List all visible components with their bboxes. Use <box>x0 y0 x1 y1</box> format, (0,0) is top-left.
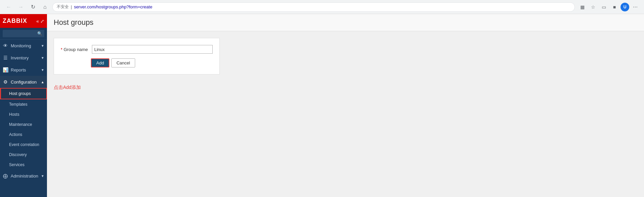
profile-avatar[interactable]: U <box>621 3 629 11</box>
menu-button[interactable]: ⋯ <box>631 2 640 12</box>
form-buttons: Add Cancel <box>61 58 213 67</box>
monitoring-arrow: ▼ <box>41 44 44 48</box>
reports-arrow: ▼ <box>41 68 44 72</box>
sidebar-item-administration-label: Administration <box>11 174 38 179</box>
actions-label: Actions <box>9 132 22 137</box>
main-content: Host groups * Group name Add Cancel 点击Ad… <box>47 14 644 197</box>
logo-text: ZABBIX <box>3 17 27 24</box>
sidebar-logo: ZABBIX « ⤢ <box>0 14 47 28</box>
reload-button[interactable]: ↻ <box>28 2 38 12</box>
form-section: * Group name Add Cancel <box>54 38 220 75</box>
page-title: Host groups <box>54 18 637 27</box>
inventory-icon: ☰ <box>3 55 8 60</box>
cancel-button[interactable]: Cancel <box>111 58 135 67</box>
add-button[interactable]: Add <box>91 58 109 67</box>
back-button[interactable]: ← <box>4 2 13 12</box>
group-name-label: * Group name <box>61 47 88 52</box>
reports-icon: 📊 <box>3 67 8 72</box>
browser-bar: ← → ↻ ⌂ 不安全 | server.com/hostgroups.php?… <box>0 0 644 14</box>
logo-icons: « ⤢ <box>36 18 44 24</box>
sidebar-item-inventory[interactable]: ☰ Inventory ▼ <box>0 52 47 64</box>
sidebar-sub-item-templates[interactable]: Templates <box>0 99 47 109</box>
templates-label: Templates <box>9 102 28 107</box>
browser-actions: ▦ ☆ ▭ ■ U ⋯ <box>578 2 640 12</box>
hosts-label: Hosts <box>9 112 19 117</box>
hint-text: 点击Add添加 <box>54 85 637 91</box>
page-body: * Group name Add Cancel 点击Add添加 <box>47 31 644 197</box>
home-button[interactable]: ⌂ <box>40 2 50 12</box>
sidebar-item-administration[interactable]: ⨁ Administration ▼ <box>0 170 47 182</box>
inventory-arrow: ▼ <box>41 56 44 60</box>
sidebar-item-inventory-label: Inventory <box>11 55 29 60</box>
configuration-icon: ⚙ <box>3 79 8 85</box>
administration-arrow: ▼ <box>41 174 44 178</box>
sidebar-search-container: 🔍 <box>0 28 47 40</box>
sidebar-sub-item-maintenance[interactable]: Maintenance <box>0 119 47 130</box>
sidebar-sub-item-host-groups[interactable]: Host groups <box>0 88 47 99</box>
app-container: ZABBIX « ⤢ 🔍 👁 Monitoring ▼ ☰ Inventory … <box>0 14 644 197</box>
group-name-input[interactable] <box>92 45 213 54</box>
sidebar-item-configuration[interactable]: ⚙ Configuration ▲ <box>0 76 47 88</box>
maintenance-label: Maintenance <box>9 122 32 127</box>
sidebar-item-reports-label: Reports <box>11 67 26 72</box>
cast-button[interactable]: ▭ <box>599 2 608 12</box>
forward-button[interactable]: → <box>16 2 25 12</box>
sidebar-sub-item-actions[interactable]: Actions <box>0 130 47 140</box>
services-label: Services <box>9 162 24 167</box>
address-bar[interactable]: 不安全 | server.com/hostgroups.php?form=cre… <box>52 2 575 12</box>
sidebar-sub-item-services[interactable]: Services <box>0 160 47 170</box>
collapse-icon[interactable]: « <box>36 18 39 24</box>
group-name-label-text: Group name <box>64 47 88 52</box>
host-groups-label: Host groups <box>9 91 31 96</box>
bookmark-button[interactable]: ☆ <box>588 2 598 12</box>
qr-button[interactable]: ▦ <box>578 2 587 12</box>
sidebar-item-monitoring-label: Monitoring <box>11 43 31 48</box>
url-display: server.com/hostgroups.php?form=create <box>74 4 152 9</box>
monitoring-icon: 👁 <box>3 43 8 48</box>
page-header: Host groups <box>47 14 644 31</box>
sidebar-item-reports[interactable]: 📊 Reports ▼ <box>0 64 47 76</box>
security-indicator: 不安全 <box>57 4 69 10</box>
sidebar-item-configuration-label: Configuration <box>11 80 37 85</box>
discovery-label: Discovery <box>9 152 27 157</box>
sidebar-sub-item-hosts[interactable]: Hosts <box>0 109 47 119</box>
required-marker: * <box>61 47 62 52</box>
search-icon: 🔍 <box>37 31 42 36</box>
sidebar: ZABBIX « ⤢ 🔍 👁 Monitoring ▼ ☰ Inventory … <box>0 14 47 197</box>
group-name-row: * Group name <box>61 45 213 54</box>
sidebar-item-monitoring[interactable]: 👁 Monitoring ▼ <box>0 40 47 52</box>
configuration-arrow: ▲ <box>41 80 44 84</box>
expand-icon[interactable]: ⤢ <box>40 18 44 24</box>
url-separator: | <box>71 4 72 9</box>
event-correlation-label: Event correlation <box>9 142 39 147</box>
sidebar-sub-item-event-correlation[interactable]: Event correlation <box>0 140 47 150</box>
administration-icon: ⨁ <box>3 173 8 179</box>
search-wrap: 🔍 <box>3 30 44 37</box>
extension-button[interactable]: ■ <box>610 2 619 12</box>
sidebar-sub-item-discovery[interactable]: Discovery <box>0 150 47 160</box>
